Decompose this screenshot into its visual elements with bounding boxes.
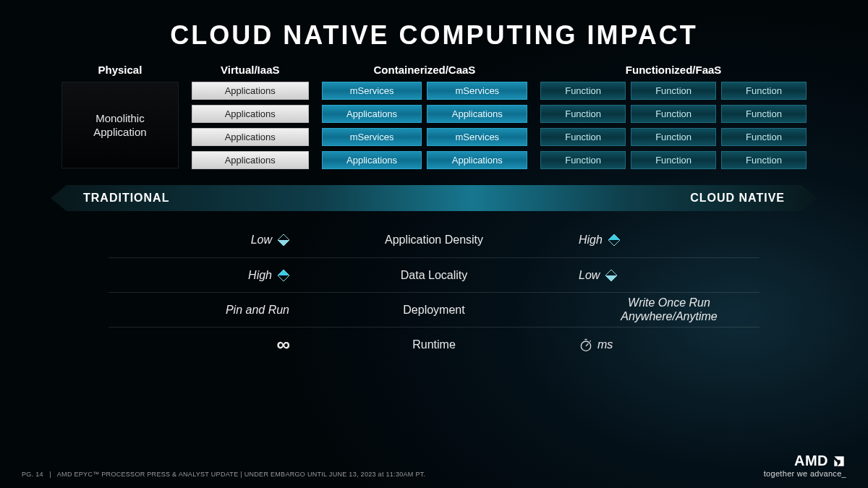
metric-right: ms <box>597 338 613 351</box>
metric-center: Application Density <box>289 234 579 247</box>
caas-pill: mServices <box>322 82 422 100</box>
virtual-app-pill: Applications <box>192 151 309 169</box>
virtual-app-pill: Applications <box>192 128 309 146</box>
faas-pill: Function <box>540 151 626 169</box>
caas-pill: mServices <box>427 128 527 146</box>
col-virtual: Virtual/IaaS Applications Applications A… <box>192 64 309 169</box>
faas-pill: Function <box>540 128 626 146</box>
page-number: PG. 14 <box>22 471 43 478</box>
monolithic-label: Monolithic Application <box>93 111 146 140</box>
virtual-app-pill: Applications <box>192 82 309 100</box>
arrow-right-label: CLOUD NATIVE <box>690 192 785 205</box>
metric-row: Pin and Run Deployment Write Once Run An… <box>109 292 760 327</box>
metric-center: Runtime <box>289 338 579 351</box>
architecture-columns: Physical Monolithic Application Virtual/… <box>0 64 868 169</box>
metric-row: ∞ Runtime ms <box>109 327 760 361</box>
svg-marker-3 <box>608 234 620 240</box>
metric-right: Write Once Run Anywhere/Anytime <box>579 296 760 323</box>
metric-row: High Data Locality Low <box>109 257 760 292</box>
svg-marker-1 <box>278 240 289 246</box>
faas-pill: Function <box>631 82 716 100</box>
col-virtual-header: Virtual/IaaS <box>192 64 309 82</box>
caas-pill: Applications <box>322 151 422 169</box>
faas-pill: Function <box>721 82 807 100</box>
stopwatch-icon: ms <box>579 338 613 352</box>
diamond-down-icon <box>605 270 617 281</box>
brand-name: AMD <box>794 453 828 469</box>
caas-pill: Applications <box>322 105 422 123</box>
brand-block: AMD together we advance_ <box>764 453 846 478</box>
amd-arrow-icon <box>832 454 846 468</box>
diamond-down-icon <box>278 234 289 246</box>
metric-right: High <box>579 234 603 247</box>
faas-pill: Function <box>540 82 626 100</box>
diamond-up-icon <box>278 270 289 281</box>
col-physical-header: Physical <box>61 64 179 82</box>
footer-note: AMD EPYC™ PROCESSOR PRESS & ANALYST UPDA… <box>57 471 426 478</box>
faas-pill: Function <box>631 128 716 146</box>
slide-title: CLOUD NATIVE COMPUTING IMPACT <box>0 0 868 64</box>
caas-pill: Applications <box>427 105 527 123</box>
faas-pill: Function <box>721 128 807 146</box>
faas-pill: Function <box>721 105 807 123</box>
monolithic-box: Monolithic Application <box>61 82 179 168</box>
diamond-up-icon <box>608 234 620 246</box>
slide-footer: PG. 14 | AMD EPYC™ PROCESSOR PRESS & ANA… <box>22 453 846 478</box>
caas-pill: Applications <box>427 151 527 169</box>
brand-tagline: together we advance_ <box>764 469 846 478</box>
metric-row: Low Application Density High <box>109 223 760 257</box>
faas-pill: Function <box>631 105 716 123</box>
svg-point-8 <box>581 341 590 351</box>
metric-center: Deployment <box>289 304 579 317</box>
metric-center: Data Locality <box>289 269 579 282</box>
traditional-cloud-arrow: TRADITIONAL CLOUD NATIVE <box>51 185 817 211</box>
virtual-app-pill: Applications <box>192 105 309 123</box>
svg-marker-5 <box>278 270 289 275</box>
metric-left: High <box>248 269 272 282</box>
metrics-table: Low Application Density High High Data L… <box>109 223 760 361</box>
col-caas-header: Containerized/CaaS <box>322 64 527 82</box>
faas-pill: Function <box>721 151 807 169</box>
metric-left: Pin and Run <box>226 304 289 317</box>
col-faas: Functionized/FaaS Function Function Func… <box>540 64 807 169</box>
col-faas-header: Functionized/FaaS <box>540 64 807 82</box>
svg-marker-7 <box>605 275 617 281</box>
faas-pill: Function <box>631 151 716 169</box>
col-physical: Physical Monolithic Application <box>61 64 179 169</box>
faas-pill: Function <box>540 105 626 123</box>
arrow-left-label: TRADITIONAL <box>83 192 169 205</box>
col-caas: Containerized/CaaS mServices mServices A… <box>322 64 527 169</box>
metric-left: Low <box>251 234 272 247</box>
metric-right: Low <box>579 269 600 282</box>
infinity-icon: ∞ <box>276 333 289 356</box>
caas-pill: mServices <box>427 82 527 100</box>
caas-pill: mServices <box>322 128 422 146</box>
